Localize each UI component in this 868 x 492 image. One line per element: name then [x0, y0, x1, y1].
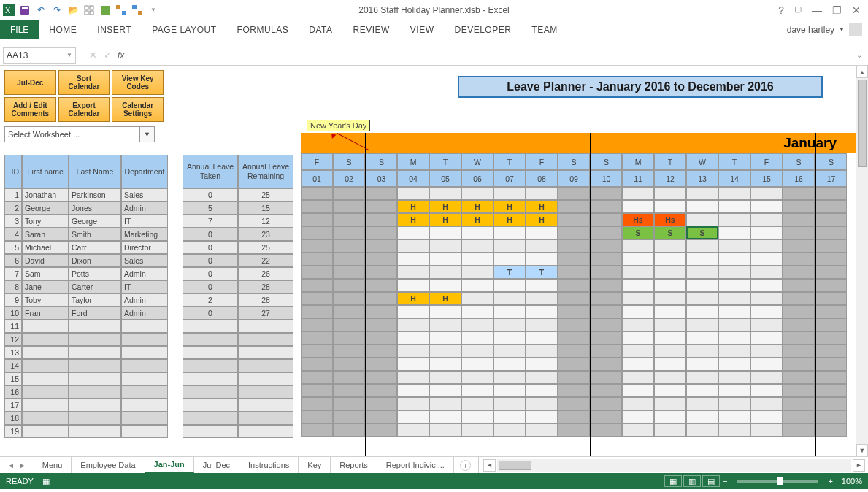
calendar-cell[interactable] [718, 279, 750, 292]
calendar-cell[interactable] [622, 305, 654, 318]
calendar-cell[interactable] [333, 305, 365, 318]
table-row[interactable] [183, 333, 293, 346]
table-row[interactable]: 7SamPottsAdmin [4, 267, 177, 280]
calendar-cell[interactable] [301, 200, 333, 213]
table-row[interactable]: 13 [4, 346, 177, 359]
calendar-cell[interactable] [783, 213, 815, 226]
table-row[interactable] [183, 359, 293, 372]
view-page-break-icon[interactable]: ▤ [702, 475, 720, 487]
calendar-cell[interactable] [783, 397, 815, 410]
calendar-cell[interactable] [622, 200, 654, 213]
cell-empty[interactable] [238, 359, 293, 372]
calendar-cell[interactable] [750, 358, 783, 371]
view-page-layout-icon[interactable]: ▥ [683, 475, 701, 487]
calendar-cell[interactable] [461, 318, 493, 331]
calendar-cell[interactable] [750, 318, 783, 331]
cell-lastname[interactable]: George [69, 215, 121, 228]
table-row[interactable]: 6DavidDixonSales [4, 254, 177, 267]
calendar-cell[interactable] [750, 226, 783, 239]
calendar-cell[interactable] [461, 266, 493, 279]
calendar-cell[interactable] [590, 292, 622, 305]
cell-empty[interactable] [238, 346, 293, 359]
calendar-cell[interactable] [333, 318, 365, 331]
calendar-cell[interactable] [526, 253, 558, 266]
horizontal-scrollbar[interactable]: ◄ ► [480, 457, 868, 473]
calendar-cell[interactable] [397, 358, 429, 371]
calendar-cell[interactable] [365, 423, 397, 437]
calendar-cell[interactable] [750, 345, 783, 358]
calendar-cell[interactable] [429, 358, 461, 371]
calendar-cell[interactable] [333, 266, 365, 279]
cell-al-taken[interactable]: 0 [183, 267, 238, 280]
cell-lastname[interactable]: Smith [69, 228, 121, 241]
calendar-cell[interactable] [815, 200, 847, 213]
calendar-cell[interactable] [686, 305, 718, 318]
cell-firstname[interactable]: Jonathan [22, 188, 69, 201]
calendar-cell[interactable] [815, 358, 847, 371]
calendar-cell[interactable] [526, 292, 558, 305]
zoom-slider[interactable] [737, 480, 818, 483]
tab-nav-first-icon[interactable]: ◄ [7, 461, 15, 469]
calendar-cell[interactable] [815, 305, 847, 318]
cell-id[interactable]: 8 [4, 280, 22, 293]
formula-expand-icon[interactable]: ⌄ [853, 51, 865, 59]
add-edit-comments-button[interactable]: Add / Edit Comments [4, 97, 56, 122]
calendar-cell[interactable] [461, 358, 493, 371]
calendar-cell[interactable]: H [493, 213, 526, 226]
calendar-cell[interactable] [718, 305, 750, 318]
worksheet-selector-dropdown-icon[interactable]: ▼ [140, 126, 155, 142]
calendar-cell[interactable] [365, 318, 397, 331]
cell-al-taken[interactable]: 0 [183, 241, 238, 254]
calendar-cell[interactable] [783, 423, 815, 437]
qat-item2-icon[interactable] [115, 4, 127, 16]
calendar-cell[interactable] [493, 187, 526, 200]
calendar-cell[interactable] [301, 345, 333, 358]
cell-department[interactable]: Admin [121, 293, 168, 307]
calendar-cell[interactable] [493, 345, 526, 358]
calendar-cell[interactable] [493, 423, 526, 437]
cell-id[interactable]: 17 [4, 399, 22, 412]
cell-empty[interactable] [121, 425, 168, 438]
calendar-cell[interactable] [590, 239, 622, 253]
calendar-cell[interactable] [654, 345, 686, 358]
export-calendar-button[interactable]: Export Calendar [58, 97, 110, 122]
worksheet-selector[interactable]: Select Worksheet ... [4, 126, 140, 142]
calendar-cell[interactable] [590, 187, 622, 200]
calendar-cell[interactable] [301, 423, 333, 437]
calendar-cell[interactable] [718, 345, 750, 358]
view-normal-icon[interactable]: ▦ [664, 475, 682, 487]
calendar-cell[interactable] [333, 187, 365, 200]
calendar-cell[interactable]: H [526, 213, 558, 226]
calendar-cell[interactable] [750, 239, 783, 253]
calendar-cell[interactable] [429, 410, 461, 423]
calendar-cell[interactable] [718, 358, 750, 371]
calendar-cell[interactable] [429, 253, 461, 266]
calendar-cell[interactable] [783, 279, 815, 292]
cell-empty[interactable] [183, 412, 238, 425]
cell-empty[interactable] [121, 372, 168, 385]
calendar-cell[interactable] [493, 371, 526, 384]
calendar-cell[interactable] [365, 305, 397, 318]
cell-al-remain[interactable]: 28 [238, 293, 293, 307]
calendar-cell[interactable] [622, 279, 654, 292]
calendar-cell[interactable] [493, 410, 526, 423]
calendar-cell[interactable] [526, 239, 558, 253]
calendar-cell[interactable] [622, 331, 654, 345]
ribbon-tab-formulas[interactable]: FORMULAS [227, 20, 299, 39]
view-key-codes-button[interactable]: View Key Codes [112, 70, 164, 95]
calendar-cell[interactable] [429, 187, 461, 200]
calendar-cell[interactable] [686, 279, 718, 292]
calendar-cell[interactable] [461, 384, 493, 397]
calendar-cell[interactable] [333, 384, 365, 397]
calendar-cell[interactable] [558, 200, 590, 213]
table-row[interactable] [183, 346, 293, 359]
calendar-cell[interactable] [397, 371, 429, 384]
cell-al-remain[interactable]: 27 [238, 307, 293, 320]
calendar-cell[interactable] [815, 239, 847, 253]
table-row[interactable]: 8JaneCarterIT [4, 280, 177, 293]
calendar-cell[interactable] [333, 423, 365, 437]
calendar-cell[interactable] [365, 239, 397, 253]
calendar-cell[interactable] [526, 305, 558, 318]
vertical-scrollbar[interactable]: ▲ ▼ [856, 66, 868, 456]
calendar-cell[interactable] [558, 213, 590, 226]
